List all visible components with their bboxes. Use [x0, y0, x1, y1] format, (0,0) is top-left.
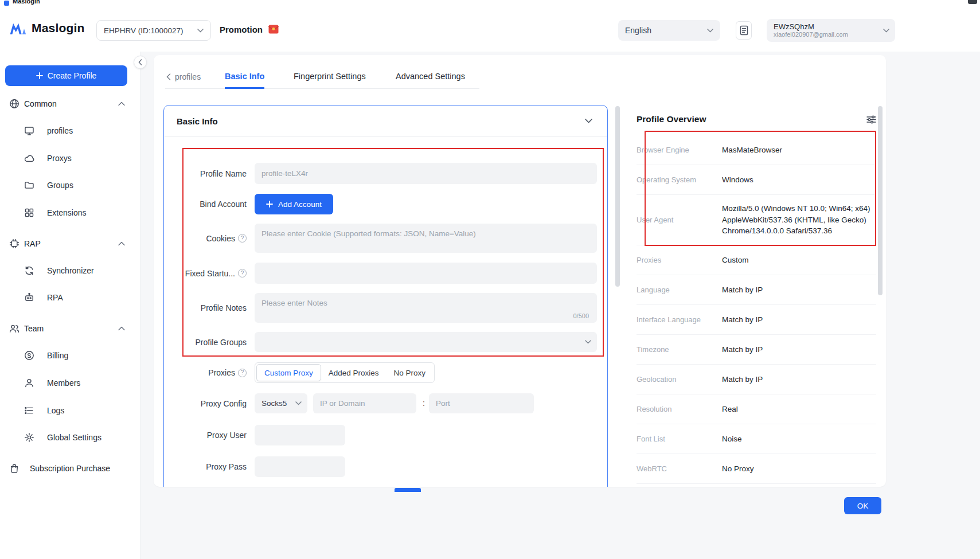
profile-notes-textarea[interactable]: [255, 293, 597, 323]
filter-icon[interactable]: [866, 115, 876, 124]
chevron-down-icon: [883, 29, 889, 33]
profile-overview-rows: Browser EngineMasMateBrowser Operating S…: [637, 135, 876, 484]
overview-row-font-list: Font ListNoise: [637, 424, 876, 454]
sidebar-item-members[interactable]: Members: [0, 372, 140, 394]
bag-icon: [9, 463, 19, 474]
sidebar-item-proxys[interactable]: Proxys: [0, 147, 140, 170]
create-profile-button[interactable]: Create Profile: [5, 65, 127, 86]
profile-name-input[interactable]: [255, 163, 597, 184]
host-port-separator: :: [423, 393, 425, 413]
overview-label: Language: [637, 286, 722, 294]
overview-label: Proxies: [637, 256, 722, 264]
overview-value: Real: [722, 404, 738, 415]
proxy-mode-none[interactable]: No Proxy: [386, 364, 434, 381]
back-to-profiles[interactable]: profiles: [166, 72, 201, 81]
workspace-selector-value: EHPHRV (ID:1000027): [104, 26, 183, 35]
brand: Maslogin: [9, 21, 85, 36]
sidebar-item-groups[interactable]: Groups: [0, 174, 140, 197]
profile-groups-label: Profile Groups: [173, 332, 247, 352]
proxy-mode-added[interactable]: Added Proxies: [321, 364, 386, 381]
overview-label: Timezone: [637, 345, 722, 354]
profile-notes-label: Profile Notes: [173, 293, 247, 323]
sidebar-section-team[interactable]: Team: [0, 317, 140, 340]
overview-row-timezone: TimezoneMatch by IP: [637, 335, 876, 365]
proxy-protocol-select[interactable]: Socks5: [255, 393, 307, 413]
grid-icon: [24, 208, 34, 218]
tab-advanced-settings[interactable]: Advanced Settings: [396, 72, 465, 87]
cookies-textarea[interactable]: [255, 224, 597, 253]
sidebar-item-label: Members: [47, 378, 80, 388]
sidebar-item-label: Global Settings: [47, 433, 101, 442]
help-icon[interactable]: ?: [238, 234, 247, 243]
promotion-link[interactable]: Promotion: [220, 24, 279, 35]
workspace-selector[interactable]: EHPHRV (ID:1000027): [96, 20, 211, 41]
overview-label: Interface Language: [637, 315, 722, 324]
promotion-envelope-icon: [268, 24, 279, 35]
fixed-startup-input[interactable]: [255, 263, 597, 284]
sidebar-item-global-settings[interactable]: Global Settings: [0, 426, 140, 449]
overview-row-operating-system: Operating SystemWindows: [637, 165, 876, 195]
sidebar-section-label: RAP: [24, 239, 41, 248]
sync-icon: [24, 265, 34, 276]
caret-down-icon[interactable]: [585, 119, 592, 123]
account-name: EWzSQhzM: [774, 22, 883, 31]
account-menu[interactable]: EWzSQhzM xiaofei020907@gmail.com: [767, 19, 895, 42]
basic-info-card-header[interactable]: Basic Info: [164, 105, 607, 137]
proxy-host-input[interactable]: [313, 393, 416, 413]
language-selector-value: English: [625, 26, 651, 35]
sidebar-item-subscription-purchase[interactable]: Subscription Purchase: [0, 457, 140, 480]
help-icon[interactable]: ?: [238, 269, 247, 277]
sidebar-collapse-button[interactable]: [134, 56, 147, 69]
profile-notes-wrap: 0/500: [255, 293, 597, 323]
window-control-icon[interactable]: [968, 0, 977, 4]
sidebar-section-rap[interactable]: RAP: [0, 232, 140, 255]
add-account-button[interactable]: Add Account: [255, 194, 333, 214]
proxy-protocol-value: Socks5: [261, 399, 287, 408]
overview-scrollbar-thumb[interactable]: [878, 106, 883, 295]
sidebar-item-synchronizer[interactable]: Synchronizer: [0, 259, 140, 282]
brand-name: Maslogin: [32, 21, 85, 35]
team-icon: [9, 323, 19, 334]
help-icon[interactable]: ?: [238, 369, 247, 377]
basic-info-card: Basic Info Profile Name Bind Account Add…: [163, 105, 608, 487]
app-header: Maslogin EHPHRV (ID:1000027) Promotion E…: [0, 6, 980, 52]
sidebar-item-label: Subscription Purchase: [30, 464, 110, 473]
coin-icon: [24, 350, 34, 361]
sidebar-item-profiles[interactable]: profiles: [0, 119, 140, 142]
chevron-down-icon: [707, 29, 713, 33]
overview-value: Windows: [722, 174, 753, 186]
card-title: Basic Info: [177, 116, 218, 126]
overview-row-interface-language: Interface LanguageMatch by IP: [637, 305, 876, 335]
proxy-user-input[interactable]: [255, 425, 345, 445]
language-selector[interactable]: English: [618, 20, 720, 41]
chevron-down-icon: [295, 401, 302, 405]
overview-value: Match by IP: [722, 344, 763, 355]
chevron-left-icon: [166, 73, 171, 80]
notes-doc-button[interactable]: [736, 21, 752, 40]
sidebar-item-label: Logs: [47, 406, 64, 415]
sidebar-section-common[interactable]: Common: [0, 92, 140, 115]
overview-label: Browser Engine: [637, 146, 722, 154]
sidebar: Create Profile Common profiles Proxys Gr…: [0, 52, 140, 559]
form-scrollbar-thumb[interactable]: [615, 106, 620, 287]
overview-value: Match by IP: [722, 374, 763, 385]
chevron-up-icon: [118, 242, 125, 246]
sidebar-item-extensions[interactable]: Extensions: [0, 201, 140, 224]
main-panel: profiles Basic Info Fingerprint Settings…: [154, 55, 886, 487]
overview-label: WebRTC: [637, 464, 722, 473]
account-email: xiaofei020907@gmail.com: [774, 31, 883, 38]
proxy-pass-input[interactable]: [255, 456, 345, 477]
overview-row-webrtc: WebRTCNo Proxy: [637, 454, 876, 484]
sidebar-item-rpa[interactable]: RPA: [0, 286, 140, 309]
ok-button[interactable]: OK: [844, 497, 881, 514]
tab-fingerprint-settings[interactable]: Fingerprint Settings: [294, 72, 366, 87]
tab-basic-info[interactable]: Basic Info: [225, 72, 264, 89]
sidebar-item-logs[interactable]: Logs: [0, 399, 140, 422]
proxy-mode-custom[interactable]: Custom Proxy: [256, 364, 321, 381]
sidebar-item-billing[interactable]: Billing: [0, 344, 140, 367]
chip-icon: [9, 239, 19, 249]
profile-groups-select[interactable]: [255, 332, 597, 352]
overview-row-user-agent: User AgentMozilla/5.0 (Windows NT 10.0; …: [637, 195, 876, 245]
proxy-port-input[interactable]: [429, 393, 534, 413]
monitor-icon: [24, 126, 34, 136]
